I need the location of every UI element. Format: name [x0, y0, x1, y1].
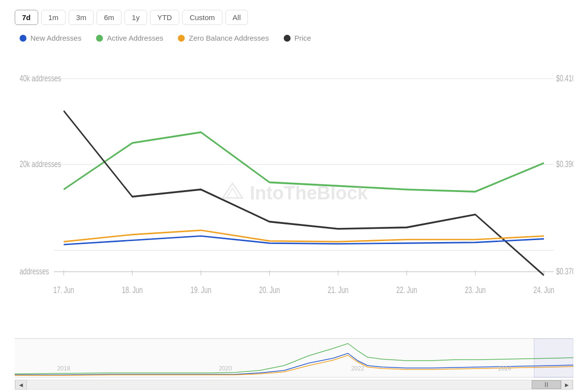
legend-label-active: Active Addresses — [107, 34, 163, 42]
x-label-6: 23. Jun — [465, 285, 486, 295]
legend-dot-new — [20, 35, 26, 42]
x-label-3: 20. Jun — [259, 285, 280, 295]
line-active-addresses — [64, 132, 544, 192]
btn-7d[interactable]: 7d — [15, 10, 38, 25]
legend-active-addresses: Active Addresses — [96, 34, 163, 42]
legend-dot-zero — [178, 35, 185, 42]
time-range-bar: 7d 1m 3m 6m 1y YTD Custom All — [15, 10, 573, 25]
main-chart-wrapper: IntoTheBlock 40k addresses 20k addresses… — [15, 50, 573, 336]
scroll-thumb-handle — [545, 382, 548, 387]
x-label-0: 17. Jun — [53, 285, 74, 295]
legend-label-price: Price — [294, 34, 311, 42]
overview-year-2024: 2024 — [498, 365, 512, 372]
scroll-right-button[interactable]: ▶ — [561, 380, 573, 390]
y-label-bottom-right: $0.370000 — [556, 266, 573, 276]
legend-new-addresses: New Addresses — [20, 34, 81, 42]
scroll-left-button[interactable]: ◀ — [15, 380, 27, 390]
legend-label-new: New Addresses — [30, 34, 81, 42]
y-label-mid-right: $0.390000 — [556, 159, 573, 169]
legend-label-zero: Zero Balance Addresses — [189, 34, 269, 42]
line-price — [64, 111, 544, 275]
x-label-5: 22. Jun — [396, 285, 417, 295]
overview-year-2018: 2018 — [57, 365, 71, 372]
dashboard-container: 7d 1m 3m 6m 1y YTD Custom All New Addres… — [0, 0, 588, 392]
y-label-bottom-left: addresses — [20, 266, 49, 276]
x-label-4: 21. Jun — [328, 285, 349, 295]
chart-section: IntoTheBlock 40k addresses 20k addresses… — [15, 50, 573, 387]
line-new-addresses — [64, 236, 544, 245]
scroll-line-1 — [545, 382, 546, 387]
scroll-bar: ◀ ▶ — [15, 380, 573, 390]
legend-zero-balance: Zero Balance Addresses — [178, 34, 269, 42]
x-label-2: 19. Jun — [191, 285, 212, 295]
scroll-track[interactable] — [27, 380, 561, 389]
btn-1y[interactable]: 1y — [124, 10, 147, 25]
scroll-thumb[interactable] — [532, 380, 561, 389]
x-label-1: 18. Jun — [122, 285, 143, 295]
y-label-top-left: 40k addresses — [20, 73, 61, 83]
main-chart-svg: 40k addresses 20k addresses addresses $0… — [15, 50, 573, 336]
overview-year-2020: 2020 — [219, 365, 232, 372]
y-label-top-right: $0.410000 — [556, 73, 573, 83]
btn-all[interactable]: All — [225, 10, 248, 25]
btn-3m[interactable]: 3m — [69, 10, 94, 25]
btn-custom[interactable]: Custom — [182, 10, 222, 25]
btn-6m[interactable]: 6m — [97, 10, 122, 25]
btn-ytd[interactable]: YTD — [150, 10, 179, 25]
overview-year-2022: 2022 — [351, 365, 365, 372]
overview-wrapper: 2018 2020 2022 2024 ◀ ▶ — [15, 338, 573, 387]
scroll-line-2 — [547, 382, 548, 387]
legend-price: Price — [284, 34, 311, 42]
btn-1m[interactable]: 1m — [41, 10, 66, 25]
overview-chart-svg: 2018 2020 2022 2024 — [15, 339, 573, 378]
svg-rect-15 — [15, 339, 573, 378]
legend-dot-price — [284, 35, 291, 42]
y-label-mid-left: 20k addresses — [20, 159, 61, 169]
chart-legend: New Addresses Active Addresses Zero Bala… — [15, 34, 573, 42]
svg-rect-18 — [534, 339, 573, 377]
legend-dot-active — [96, 35, 103, 42]
x-label-7: 24. Jun — [534, 285, 555, 295]
